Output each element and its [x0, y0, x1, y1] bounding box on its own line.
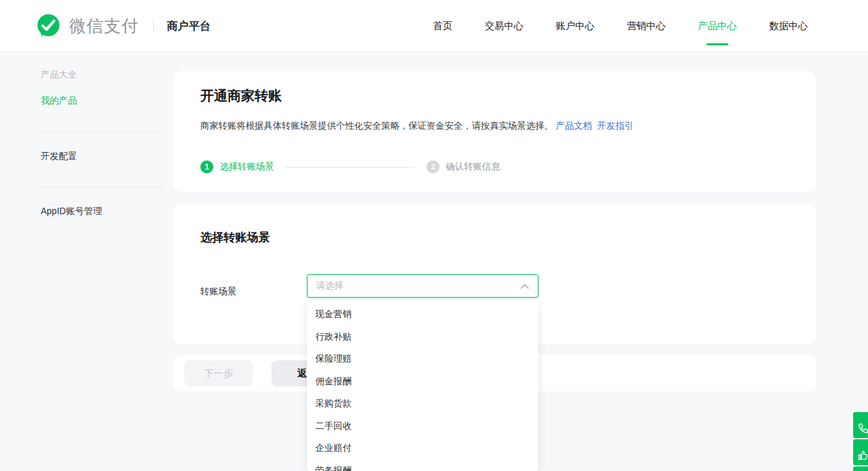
scene-card-heading: 选择转账场景	[200, 230, 270, 245]
merchant-platform-page: { "colors": { "accent_green": "#07c160",…	[0, 0, 868, 471]
nav-item-data-center[interactable]: 数据中心	[753, 0, 824, 52]
sidebar-divider	[41, 187, 164, 188]
nav-item-product-center[interactable]: 产品中心	[682, 0, 753, 52]
more-tools-button[interactable]	[853, 466, 868, 471]
step-indicator: 1 选择转账场景 2 确认转账信息	[200, 160, 500, 173]
top-header: 微信支付 商户平台 首页 交易中心 账户中心 营销中心 产品中心 数据中心	[0, 0, 868, 52]
step-1-circle: 1	[200, 160, 213, 173]
dropdown-option-enterprise-compensation[interactable]: 企业赔付	[307, 437, 538, 459]
dropdown-option-insurance-claim[interactable]: 保险理赔	[307, 347, 538, 370]
transfer-scene-field-label: 转账场景	[200, 286, 237, 298]
sidebar-item-dev-config[interactable]: 开发配置	[41, 151, 77, 162]
page-description-text: 商家转账将根据具体转账场景提供个性化安全策略，保证资金安全，请按真实场景选择。	[200, 120, 553, 131]
nav-item-home[interactable]: 首页	[417, 0, 469, 52]
dev-guide-link[interactable]: 开发指引	[597, 120, 633, 131]
brand-divider	[153, 19, 154, 33]
dropdown-option-commission[interactable]: 佣金报酬	[307, 370, 538, 393]
dropdown-option-procurement-payment[interactable]: 采购货款	[307, 392, 538, 415]
nav-item-account-center[interactable]: 账户中心	[540, 0, 611, 52]
sidebar-item-my-products[interactable]: 我的产品	[41, 95, 77, 107]
dropdown-option-labor-remuneration[interactable]: 劳务报酬	[307, 459, 538, 471]
next-step-button[interactable]: 下一步	[184, 360, 253, 386]
dropdown-option-admin-subsidy[interactable]: 行政补贴	[307, 325, 538, 348]
step-2-circle: 2	[427, 160, 439, 173]
step-connector	[286, 167, 415, 168]
step-2-label: 确认转账信息	[446, 161, 500, 173]
step-1-label: 选择转账场景	[220, 161, 274, 173]
phone-icon	[857, 422, 868, 434]
transfer-scene-select[interactable]: 请选择	[307, 274, 538, 298]
brand: 微信支付 商户平台	[36, 13, 211, 39]
platform-name: 商户平台	[167, 19, 211, 34]
page-description: 商家转账将根据具体转账场景提供个性化安全策略，保证资金安全，请按真实场景选择。产…	[200, 120, 633, 132]
intro-card: 开通商家转账 商家转账将根据具体转账场景提供个性化安全策略，保证资金安全，请按真…	[173, 71, 816, 192]
transfer-scene-dropdown: 现金营销 行政补贴 保险理赔 佣金报酬 采购货款 二手回收 企业赔付 劳务报酬	[307, 300, 538, 471]
sidebar-divider	[41, 132, 164, 133]
product-doc-link[interactable]: 产品文档	[556, 120, 592, 131]
dropdown-option-secondhand-recycle[interactable]: 二手回收	[307, 415, 538, 437]
select-placeholder: 请选择	[316, 280, 520, 292]
sidebar-section-product-catalog[interactable]: 产品大全	[41, 69, 77, 81]
floating-side-panel	[853, 412, 868, 471]
dropdown-option-cash-marketing[interactable]: 现金营销	[307, 303, 538, 325]
wechat-pay-logo-icon	[36, 13, 61, 39]
customer-service-button[interactable]	[853, 412, 868, 438]
brand-logo-text: 微信支付	[69, 15, 139, 38]
sidebar-item-appid-management[interactable]: AppID账号管理	[41, 206, 102, 217]
thumbs-up-icon	[857, 450, 868, 461]
chevron-up-icon	[520, 283, 529, 289]
nav-item-marketing-center[interactable]: 营销中心	[611, 0, 682, 52]
top-nav: 首页 交易中心 账户中心 营销中心 产品中心 数据中心	[417, 0, 824, 52]
feedback-button[interactable]	[853, 439, 868, 465]
nav-item-transaction-center[interactable]: 交易中心	[469, 0, 540, 52]
page-title: 开通商家转账	[200, 87, 282, 105]
